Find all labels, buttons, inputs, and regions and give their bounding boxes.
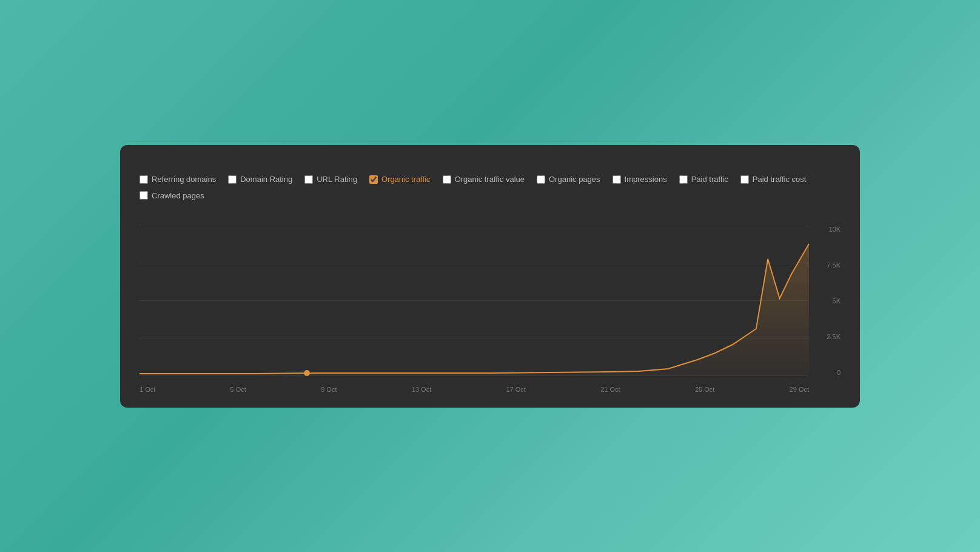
x-axis-label: 9 Oct [321, 386, 337, 393]
filter-organic-pages[interactable]: Organic pages [537, 174, 600, 185]
filter-label-organic-pages: Organic pages [549, 175, 600, 184]
filter-referring-domains[interactable]: Referring domains [139, 174, 216, 185]
y-axis: 10K7.5K5K2.5K0 [811, 226, 841, 376]
checkbox-organic-traffic-value[interactable] [443, 175, 451, 184]
filter-paid-traffic-cost[interactable]: Paid traffic cost [740, 174, 807, 185]
filter-label-paid-traffic-cost: Paid traffic cost [753, 175, 807, 184]
filter-url-rating[interactable]: URL Rating [304, 174, 357, 185]
checkbox-url-rating[interactable] [304, 175, 313, 184]
y-axis-label: 10K [828, 226, 841, 233]
chart-area [139, 226, 809, 376]
filter-label-referring-domains: Referring domains [152, 175, 216, 184]
x-axis-label: 1 Oct [139, 386, 155, 393]
y-axis-label: 7.5K [827, 261, 841, 269]
x-axis-label: 21 Oct [600, 386, 620, 393]
filter-impressions[interactable]: Impressions [612, 174, 667, 185]
chart-area-fill [139, 244, 809, 376]
filter-label-crawled-pages: Crawled pages [152, 191, 204, 200]
checkbox-domain-rating[interactable] [228, 175, 237, 184]
performance-card: Referring domainsDomain RatingURL Rating… [120, 145, 860, 408]
x-axis-label: 17 Oct [506, 386, 525, 393]
filter-label-organic-traffic-value: Organic traffic value [455, 175, 525, 184]
filter-row: Referring domainsDomain RatingURL Rating… [139, 174, 841, 200]
x-axis: 1 Oct5 Oct9 Oct13 Oct17 Oct21 Oct25 Oct2… [139, 386, 809, 393]
x-axis-label: 29 Oct [790, 386, 809, 393]
filter-organic-traffic-value[interactable]: Organic traffic value [443, 174, 525, 185]
filter-label-domain-rating: Domain Rating [240, 175, 292, 184]
chart-cursor-dot [304, 370, 310, 376]
chart-container: 10K7.5K5K2.5K0 1 Oct5 Oct9 Oct13 Oct17 O… [139, 211, 841, 393]
filter-label-impressions: Impressions [625, 175, 667, 184]
y-axis-label: 0 [837, 369, 841, 376]
x-axis-label: 5 Oct [230, 386, 246, 393]
checkbox-paid-traffic-cost[interactable] [740, 175, 749, 184]
chart-line [139, 244, 809, 374]
checkbox-referring-domains[interactable] [139, 175, 148, 184]
filter-crawled-pages[interactable]: Crawled pages [139, 191, 204, 200]
checkbox-impressions[interactable] [612, 175, 621, 184]
checkbox-organic-traffic[interactable] [369, 175, 378, 184]
filter-label-paid-traffic: Paid traffic [691, 175, 728, 184]
filter-paid-traffic[interactable]: Paid traffic [679, 174, 728, 185]
checkbox-paid-traffic[interactable] [679, 175, 688, 184]
filter-domain-rating[interactable]: Domain Rating [228, 174, 292, 185]
y-axis-label: 2.5K [827, 333, 841, 340]
filter-label-url-rating: URL Rating [317, 175, 357, 184]
filter-label-organic-traffic: Organic traffic [381, 175, 431, 184]
chart-svg [139, 226, 809, 376]
checkbox-crawled-pages[interactable] [139, 191, 148, 200]
filter-organic-traffic[interactable]: Organic traffic [369, 174, 431, 185]
checkbox-organic-pages[interactable] [537, 175, 545, 184]
y-axis-label: 5K [833, 297, 841, 305]
x-axis-label: 13 Oct [412, 386, 431, 393]
x-axis-label: 25 Oct [695, 386, 714, 393]
